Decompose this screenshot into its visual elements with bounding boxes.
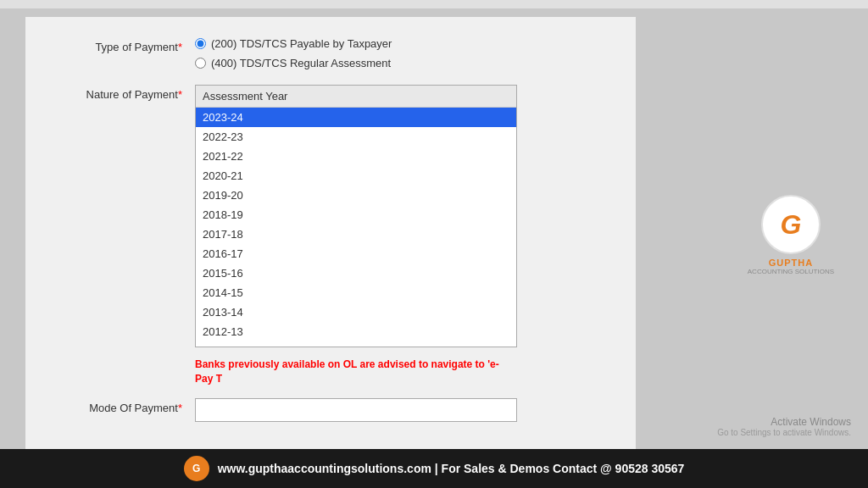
dropdown-item-2023-24[interactable]: 2023-24 — [196, 108, 516, 127]
dropdown-item-2011-12[interactable]: 2011-12 — [196, 341, 516, 347]
radio-200-label: (200) TDS/TCS Payable by Taxpayer — [211, 37, 392, 50]
dropdown-item-2018-19[interactable]: 2018-19 — [196, 205, 516, 225]
dropdown-item-2021-22[interactable]: 2021-22 — [196, 147, 516, 166]
dropdown-item-2022-23[interactable]: 2022-23 — [196, 127, 516, 147]
dropdown-item-2016-17[interactable]: 2016-17 — [196, 244, 516, 263]
activate-windows-title: Activate Windows — [717, 416, 851, 428]
mode-of-payment-field — [195, 398, 517, 422]
type-of-payment-label: Type of Payment* — [42, 37, 195, 53]
browser-bar — [0, 0, 868, 8]
assessment-year-dropdown[interactable]: Assessment Year 2023-24 2022-23 2021-22 … — [195, 85, 517, 347]
footer-bar: G www.gupthaaccountingsolutions.com | Fo… — [0, 449, 868, 488]
logo-area: G GUPTHA ACCOUNTING SOLUTIONS — [748, 195, 834, 275]
type-of-payment-row: Type of Payment* (200) TDS/TCS Payable b… — [42, 37, 619, 69]
type-of-payment-options: (200) TDS/TCS Payable by Taxpayer (400) … — [195, 37, 392, 69]
dropdown-item-2020-21[interactable]: 2020-21 — [196, 166, 516, 186]
radio-400-label: (400) TDS/TCS Regular Assessment — [211, 57, 391, 69]
dropdown-item-2013-14[interactable]: 2013-14 — [196, 302, 516, 322]
logo-circle: G — [761, 195, 821, 254]
logo-letter: G — [780, 209, 801, 241]
form-container: Type of Payment* (200) TDS/TCS Payable b… — [25, 17, 636, 480]
radio-200[interactable]: (200) TDS/TCS Payable by Taxpayer — [195, 37, 392, 50]
mode-of-payment-row: Mode Of Payment* — [42, 398, 619, 422]
footer-text: www.gupthaaccountingsolutions.com | For … — [218, 462, 685, 475]
radio-400[interactable]: (400) TDS/TCS Regular Assessment — [195, 57, 392, 69]
dropdown-item-2012-13[interactable]: 2012-13 — [196, 322, 516, 341]
dropdown-item-2017-18[interactable]: 2017-18 — [196, 225, 516, 244]
warning-row: Banks previously available on OL are adv… — [195, 358, 619, 386]
radio-400-input[interactable] — [195, 58, 206, 69]
radio-200-input[interactable] — [195, 38, 206, 49]
dropdown-item-2015-16[interactable]: 2015-16 — [196, 263, 516, 283]
logo-name: GUPTHA — [748, 258, 834, 268]
dropdown-item-2014-15[interactable]: 2014-15 — [196, 283, 516, 302]
activate-windows-subtitle: Go to Settings to activate Windows. — [717, 428, 851, 437]
logo-tagline: ACCOUNTING SOLUTIONS — [748, 268, 834, 275]
footer-logo: G — [184, 456, 209, 481]
warning-text: Banks previously available on OL are adv… — [195, 358, 517, 386]
activate-windows: Activate Windows Go to Settings to activ… — [717, 416, 851, 437]
nature-payment-container: Assessment Year 2023-24 2022-23 2021-22 … — [195, 85, 517, 347]
dropdown-item-2019-20[interactable]: 2019-20 — [196, 186, 516, 205]
nature-of-payment-label: Nature of Payment* — [42, 85, 195, 101]
dropdown-header: Assessment Year — [196, 86, 516, 108]
nature-of-payment-row: Nature of Payment* Assessment Year 2023-… — [42, 85, 619, 347]
mode-of-payment-label: Mode Of Payment* — [42, 398, 195, 414]
